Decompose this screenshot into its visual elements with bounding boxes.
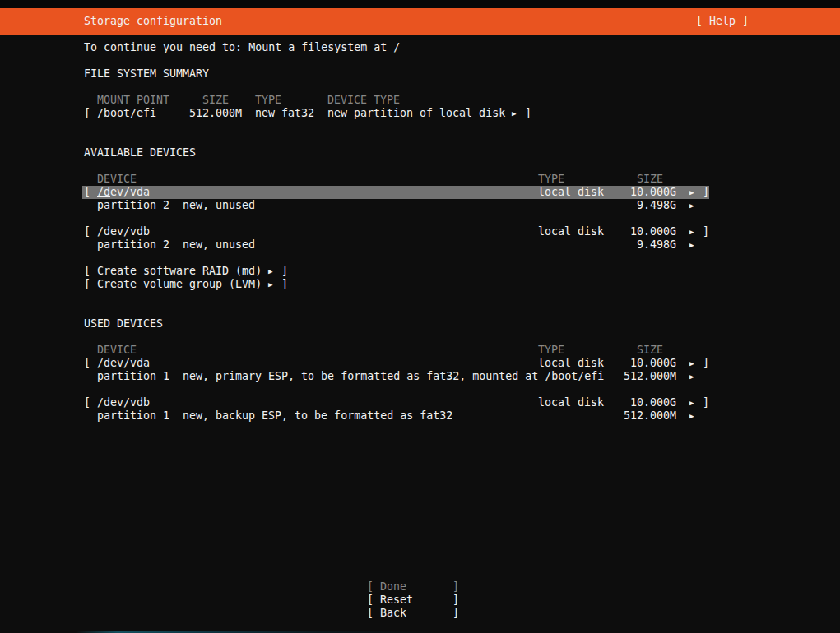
partition-info: new, backup ESP, to be formatted as fat3… xyxy=(183,409,452,423)
done-button[interactable]: [ Done ] xyxy=(0,580,840,594)
bracket-open: [ xyxy=(84,265,90,278)
partition-info: new, unused xyxy=(183,199,255,212)
bracket-close: ] xyxy=(703,225,709,238)
available-devices-section: AVAILABLE DEVICES xyxy=(0,146,840,159)
col-header-device: DEVICE xyxy=(97,173,137,186)
bracket-open: [ xyxy=(84,278,90,291)
partition-label: partition 2 xyxy=(97,199,169,212)
col-header-size: SIZE xyxy=(637,344,663,357)
reset-label: Reset xyxy=(380,594,413,607)
device-name: /dev/vda xyxy=(97,357,150,370)
device-type: local disk xyxy=(538,396,604,409)
bracket-close: ] xyxy=(703,357,709,370)
bracket-open: [ xyxy=(84,225,90,238)
reset-button[interactable]: [ Reset ] xyxy=(0,594,840,607)
forward-arrow-icon: ▶ xyxy=(689,225,694,238)
device-row-vda-available[interactable]: [ /dev/vda local disk 10.000G ▶ ] xyxy=(0,186,840,199)
forward-arrow-icon: ▶ xyxy=(689,186,694,199)
bracket-close: ] xyxy=(452,607,459,620)
create-raid-label: Create software RAID (md) xyxy=(97,265,262,278)
back-button[interactable]: [ Back ] xyxy=(0,607,840,620)
device-size: 10.000G xyxy=(610,225,676,238)
forward-arrow-icon: ▶ xyxy=(268,265,272,278)
device-name: /dev/vdb xyxy=(97,225,150,238)
bracket-open: [ xyxy=(367,607,374,620)
fs-summary-row-boot-efi[interactable]: [ /boot/efi 512.000M new fat32 new parti… xyxy=(0,107,840,120)
fs-summary-section: FILE SYSTEM SUMMARY xyxy=(0,67,840,81)
device-type: local disk xyxy=(538,357,604,370)
forward-arrow-icon: ▶ xyxy=(689,238,694,252)
partition-size: 512.000M xyxy=(610,409,676,423)
intro-text: To continue you need to: Mount a filesys… xyxy=(84,41,400,54)
forward-arrow-icon: ▶ xyxy=(689,396,694,409)
size-value: 512.000M xyxy=(176,107,242,120)
device-name: /dev/vdb xyxy=(97,396,150,409)
available-header-row: DEVICE TYPE SIZE xyxy=(0,173,840,186)
back-label: Back xyxy=(380,607,406,620)
partition-label: partition 2 xyxy=(97,238,169,252)
bracket-open: [ xyxy=(84,107,90,120)
bracket-open: [ xyxy=(84,396,90,409)
partition-info: new, primary ESP, to be formatted as fat… xyxy=(183,370,604,383)
partition-row-vdb-used[interactable]: partition 1 new, backup ESP, to be forma… xyxy=(0,409,840,423)
device-row-vdb-available[interactable]: [ /dev/vdb local disk 10.000G ▶ ] xyxy=(0,225,840,238)
device-size: 10.000G xyxy=(610,186,676,199)
forward-arrow-icon: ▶ xyxy=(689,370,694,383)
bracket-open: [ xyxy=(367,580,374,594)
create-raid-button[interactable]: [ Create software RAID (md) ▶ ] xyxy=(0,265,840,278)
partition-label: partition 1 xyxy=(97,370,169,383)
create-lvm-label: Create volume group (LVM) xyxy=(97,278,262,291)
col-header-type: TYPE xyxy=(255,94,281,107)
device-size: 10.000G xyxy=(610,357,676,370)
forward-arrow-icon: ▶ xyxy=(512,107,516,120)
partition-size: 9.498G xyxy=(610,238,676,252)
header-bar: Storage configuration [ Help ] xyxy=(0,8,840,35)
bracket-close: ] xyxy=(281,278,288,291)
partition-size: 512.000M xyxy=(610,370,676,383)
done-label: Done xyxy=(380,580,406,594)
forward-arrow-icon: ▶ xyxy=(689,409,694,423)
forward-arrow-icon: ▶ xyxy=(689,357,694,370)
bracket-close: ] xyxy=(525,107,531,120)
col-header-device: DEVICE xyxy=(97,344,137,357)
bracket-open: [ xyxy=(84,357,90,370)
fs-summary-title: FILE SYSTEM SUMMARY xyxy=(84,67,209,81)
storage-configuration-screen: Storage configuration [ Help ] To contin… xyxy=(0,0,840,633)
forward-arrow-icon: ▶ xyxy=(268,278,272,291)
used-header-row: DEVICE TYPE SIZE xyxy=(0,344,840,357)
bracket-close: ] xyxy=(703,186,709,199)
partition-row-vdb-available[interactable]: partition 2 new, unused 9.498G ▶ xyxy=(0,238,840,252)
col-header-size: SIZE xyxy=(202,94,229,107)
bracket-close: ] xyxy=(452,594,459,607)
device-row-vda-used[interactable]: [ /dev/vda local disk 10.000G ▶ ] xyxy=(0,357,840,370)
col-header-size: SIZE xyxy=(637,173,663,186)
device-size: 10.000G xyxy=(610,396,676,409)
bracket-close: ] xyxy=(703,396,709,409)
device-type-value: new partition of local disk xyxy=(327,107,505,120)
device-name: /dev/vda xyxy=(97,186,150,199)
partition-size: 9.498G xyxy=(610,199,676,212)
forward-arrow-icon: ▶ xyxy=(689,199,694,212)
mount-point-value: /boot/efi xyxy=(97,107,156,120)
partition-label: partition 1 xyxy=(97,409,169,423)
bracket-open: [ xyxy=(367,594,374,607)
used-devices-section: USED DEVICES xyxy=(0,317,840,330)
top-strip xyxy=(0,0,840,8)
device-type: local disk xyxy=(538,225,604,238)
create-lvm-button[interactable]: [ Create volume group (LVM) ▶ ] xyxy=(0,278,840,291)
col-header-mount-point: MOUNT POINT xyxy=(97,94,169,107)
device-row-vdb-used[interactable]: [ /dev/vdb local disk 10.000G ▶ ] xyxy=(0,396,840,409)
help-button[interactable]: [ Help ] xyxy=(696,15,749,28)
used-devices-title: USED DEVICES xyxy=(84,317,163,330)
device-type: local disk xyxy=(538,186,604,199)
col-header-type: TYPE xyxy=(538,344,564,357)
bracket-open: [ xyxy=(84,186,90,199)
page-title: Storage configuration xyxy=(84,15,222,28)
type-value: new fat32 xyxy=(255,107,314,120)
partition-row-vda-used[interactable]: partition 1 new, primary ESP, to be form… xyxy=(0,370,840,383)
partition-row-vda-available[interactable]: partition 2 new, unused 9.498G ▶ xyxy=(0,199,840,212)
bracket-close: ] xyxy=(281,265,288,278)
partition-info: new, unused xyxy=(183,238,255,252)
col-header-type: TYPE xyxy=(538,173,564,186)
available-devices-title: AVAILABLE DEVICES xyxy=(84,146,196,159)
